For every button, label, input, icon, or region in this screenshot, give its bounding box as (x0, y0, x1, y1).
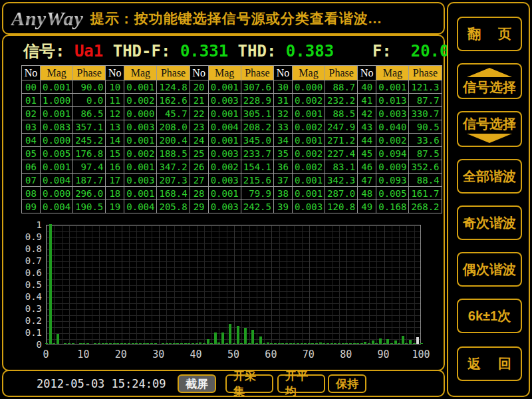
harmonic-no-cell: 08 (22, 187, 41, 200)
chart-bar (274, 343, 277, 344)
harmonic-no-cell: 07 (22, 174, 41, 187)
mag-cell: 0.003 (208, 147, 241, 160)
harmonic-no-cell: 16 (106, 160, 124, 174)
hint-message: 提示：按功能键选择信号源或分类查看谐波... (90, 9, 382, 28)
sidebar-button-label: 6k±1次 (468, 308, 511, 324)
mag-cell: 0.001 (41, 107, 73, 120)
mag-cell: 0.002 (124, 94, 157, 107)
chart-bar (289, 343, 292, 344)
phase-cell: 45.7 (157, 107, 190, 120)
chart-bar (53, 343, 55, 344)
column-header-phase: Phase (73, 66, 106, 80)
y-axis-tick-label: 0.9 (18, 231, 42, 242)
table-row: 011.0000.0110.002162.6210.003228.9310.00… (22, 94, 442, 107)
x-axis-tick-label: 70 (295, 348, 322, 360)
chart-bar (162, 343, 164, 344)
mag-cell: 0.003 (124, 120, 157, 134)
phase-cell: 233.7 (241, 147, 273, 160)
chart-bar (338, 343, 340, 344)
chart-bar (379, 338, 382, 344)
sidebar-button-7[interactable]: 6k±1次 (457, 299, 522, 333)
x-axis-tick-label: 10 (70, 348, 96, 360)
x-axis-tick-label: 60 (257, 348, 284, 360)
sidebar-button-8[interactable]: 返回 (457, 346, 522, 381)
chart-bar (64, 343, 66, 344)
harmonic-no-cell: 22 (190, 107, 208, 120)
chart-bar (79, 343, 82, 344)
harmonic-no-cell: 31 (273, 94, 292, 107)
phase-cell: 227.4 (325, 147, 358, 160)
chart-bar (375, 343, 378, 344)
footer-button-2[interactable]: 开采集 (225, 374, 273, 393)
y-axis-tick-label: 1 (18, 219, 42, 230)
phase-cell: 330.7 (409, 107, 442, 120)
chart-bar (166, 343, 168, 344)
mag-cell: 0.004 (208, 120, 241, 134)
mag-cell: 0.003 (124, 174, 157, 187)
phase-cell: 242.5 (241, 200, 273, 213)
y-axis-tick-label: 0.3 (18, 303, 42, 314)
column-header-no: No (273, 66, 292, 80)
harmonic-no-cell: 24 (190, 134, 208, 147)
footer-button-4[interactable]: 保持 (328, 374, 366, 393)
sidebar-button-5[interactable]: 奇次谐波 (457, 205, 522, 240)
mag-cell: 0.001 (208, 107, 241, 120)
harmonic-no-cell: 39 (273, 200, 292, 213)
chart-bar (124, 343, 126, 344)
chart-bar (244, 328, 247, 344)
chart-bar (311, 343, 314, 344)
phase-cell: 190.5 (73, 200, 106, 213)
table-row: 040.000245.2140.001200.4240.001345.0340.… (22, 134, 442, 147)
table-row: 080.000296.0180.001168.4280.00179.9380.0… (22, 187, 442, 200)
harmonic-no-cell: 34 (273, 134, 292, 147)
x-axis-tick-label: 30 (145, 348, 172, 360)
column-header-mag: Mag (376, 66, 409, 80)
sidebar-button-3[interactable]: 信号选择 (457, 111, 522, 147)
harmonic-no-cell: 49 (358, 200, 376, 213)
sidebar-button-label: 偶次谐波 (463, 261, 516, 277)
mag-cell: 0.003 (376, 107, 409, 120)
sidebar-button-label: 全部谐波 (463, 168, 516, 184)
phase-cell: 79.9 (241, 187, 273, 200)
footer-button-1[interactable]: 截屏 (178, 374, 216, 393)
sidebar-button-4[interactable]: 全部谐波 (457, 159, 522, 194)
harmonic-no-cell: 05 (22, 147, 41, 160)
mag-cell: 0.001 (292, 187, 325, 200)
sidebar-button-2[interactable]: 信号选择 (457, 63, 522, 99)
sidebar-button-6[interactable]: 偶次谐波 (457, 252, 522, 287)
column-header-phase: Phase (157, 66, 190, 80)
column-header-mag: Mag (41, 66, 73, 80)
sidebar-button-1[interactable]: 翻页 (457, 17, 522, 51)
mag-cell: 0.000 (124, 107, 157, 120)
column-header-no: No (358, 66, 376, 80)
chart-bar (176, 343, 179, 344)
y-axis-tick-label: 0.8 (18, 243, 42, 254)
y-axis-tick-label: 0.5 (18, 279, 42, 290)
harmonic-no-cell: 12 (106, 107, 124, 120)
phase-cell: 168.4 (157, 187, 190, 200)
column-header-mag: Mag (124, 66, 157, 80)
harmonic-no-cell: 01 (22, 94, 41, 107)
footer-button-3[interactable]: 开平均 (277, 374, 325, 393)
y-axis-tick-label: 0.6 (18, 267, 42, 278)
chart-bar (301, 343, 303, 344)
chart-bar (402, 336, 404, 344)
harmonic-no-cell: 40 (358, 80, 376, 94)
thdf-label: THD-F: (113, 42, 171, 61)
phase-cell: 87.7 (409, 94, 442, 107)
chart-bar (180, 343, 183, 344)
mag-cell: 0.002 (292, 94, 325, 107)
chart-bar (304, 343, 307, 344)
signal-label: 信号: (23, 41, 65, 62)
phase-cell: 305.1 (241, 107, 273, 120)
x-axis-tick-label: 100 (408, 348, 434, 360)
harmonic-no-cell: 28 (190, 187, 208, 200)
phase-cell: 352.6 (409, 160, 442, 174)
mag-cell: 0.001 (124, 80, 157, 94)
chart-bar (217, 342, 220, 344)
phase-cell: 357.1 (73, 120, 106, 134)
chart-bar (420, 343, 423, 344)
mag-cell: 0.001 (124, 134, 157, 147)
chart-bar (255, 343, 258, 344)
phase-cell: 88.7 (325, 80, 358, 94)
